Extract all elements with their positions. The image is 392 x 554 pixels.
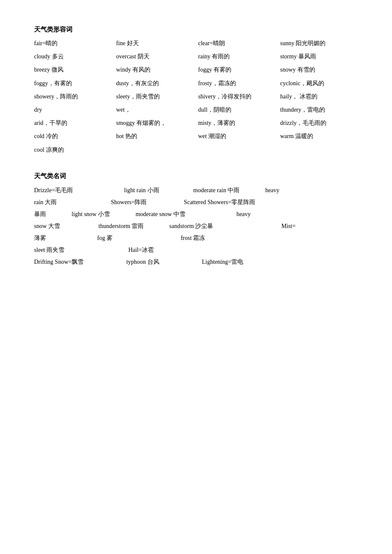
noun-spacer-2: [159, 185, 193, 196]
adj-item-32: cool 凉爽的: [34, 144, 112, 155]
adj-item-5: overcast 阴天: [116, 51, 194, 62]
adj-item-23: thundery，雷电的: [280, 104, 358, 115]
adj-item-28: cold 冷的: [34, 131, 112, 141]
noun-light-rain: light rain 小雨: [124, 185, 159, 196]
noun-showers: Showers=阵雨: [111, 199, 147, 205]
noun-spacer-10: [144, 220, 169, 232]
noun-thunderstorm: thunderstorm 雷雨: [98, 220, 144, 232]
noun-mist-zh: 薄雾: [34, 232, 46, 244]
adj-item-15: cyclonic，飓风的: [280, 78, 358, 89]
noun-sleet: sleet 雨夹雪: [34, 244, 64, 256]
noun-drifting-snow: Drifting Snow=飘雪: [34, 256, 84, 268]
adj-item-9: windy 有风的: [116, 64, 194, 75]
noun-spacer-6: [46, 208, 72, 220]
noun-fog: fog 雾: [97, 232, 112, 244]
adj-item-7: stormy 暴风雨: [280, 51, 358, 62]
adj-item-33: [116, 144, 194, 155]
adj-item-14: frosty，霜冻的: [198, 78, 276, 89]
adj-item-12: foggy，有雾的: [34, 78, 112, 89]
noun-row-5: 薄雾 fog 雾 frost 霜冻: [34, 232, 358, 244]
noun-spacer-1: [73, 185, 124, 196]
adj-item-4: cloudy 多云: [34, 51, 112, 62]
adjectives-section: 天气类形容词 fair=晴的 fine 好天 clear=晴朗 sunny 阳光…: [34, 26, 358, 155]
noun-scattered-showers: Scattered Showers=零星阵雨: [184, 199, 255, 205]
nouns-content: Drizzle=毛毛雨 light rain 小雨 moderate rain …: [34, 185, 358, 268]
noun-moderate-rain: moderate rain 中雨: [193, 185, 240, 196]
noun-spacer-12: [46, 232, 97, 244]
noun-hail: Hail=冰雹: [128, 244, 154, 256]
noun-spacer-7: [110, 208, 135, 220]
adj-item-16: showery，阵雨的: [34, 91, 112, 102]
adj-item-31: warm 温暖的: [280, 131, 358, 141]
adj-item-2: clear=晴朗: [198, 38, 276, 49]
noun-spacer-16: [159, 256, 202, 268]
noun-moderate-snow: moderate snow 中雪: [135, 208, 185, 220]
noun-spacer-13: [112, 232, 181, 244]
adj-item-27: drizzly，毛毛雨的: [280, 118, 358, 128]
adj-item-17: sleety，雨夹雪的: [116, 91, 194, 102]
adj-item-30: wet 潮湿的: [198, 131, 276, 141]
nouns-section: 天气类名词 Drizzle=毛毛雨 light rain 小雨 moderate…: [34, 172, 358, 268]
noun-heavy-rain: rain 大雨: [34, 199, 57, 205]
adj-item-13: dusty，有灰尘的: [116, 78, 194, 89]
noun-light-snow: light snow 小雪: [72, 208, 110, 220]
noun-mist-eq: Mist=: [281, 220, 296, 232]
adj-item-19: haily， 冰雹的: [280, 91, 358, 102]
adj-item-3: sunny 阳光明媚的: [280, 38, 358, 49]
noun-row-2: rain 大雨 Showers=阵雨 Scattered Showers=零星阵…: [34, 196, 358, 208]
noun-spacer-8: [185, 208, 236, 220]
adj-item-24: arid，干旱的: [34, 118, 112, 128]
adj-item-29: hot 热的: [116, 131, 194, 141]
noun-row-7: Drifting Snow=飘雪 typhoon 台风 Lightening=雷…: [34, 256, 358, 268]
noun-spacer-14: [64, 244, 128, 256]
noun-row-4: snow 大雪 thunderstorm 雷雨 sandstorm 沙尘暴 Mi…: [34, 220, 358, 232]
adj-item-22: dull，阴暗的: [198, 104, 276, 115]
noun-row-1: Drizzle=毛毛雨 light rain 小雨 moderate rain …: [34, 185, 358, 196]
adj-item-35: [280, 144, 358, 155]
adj-item-8: breezy 微风: [34, 64, 112, 75]
noun-spacer-11: [213, 220, 281, 232]
noun-heavy-snow: snow 大雪: [34, 220, 60, 232]
adj-item-21: wet，: [116, 104, 194, 115]
noun-lightening: Lightening=雷电: [202, 256, 243, 268]
adj-item-6: rainy 有雨的: [198, 51, 276, 62]
noun-frost: frost 霜冻: [181, 232, 205, 244]
noun-typhoon: typhoon 台风: [126, 256, 159, 268]
adj-item-10: foggy 有雾的: [198, 64, 276, 75]
noun-heavy2: heavy: [236, 208, 251, 220]
noun-heavy-rain-zh: 暴雨: [34, 208, 46, 220]
noun-drizzle: Drizzle=毛毛雨: [34, 185, 73, 196]
adjectives-title: 天气类形容词: [34, 26, 358, 34]
noun-sandstorm: sandstorm 沙尘暴: [169, 220, 213, 232]
adj-item-34: [198, 144, 276, 155]
noun-row-6: sleet 雨夹雪 Hail=冰雹: [34, 244, 358, 256]
noun-spacer-15: [84, 256, 126, 268]
adj-item-18: shivery，冷得发抖的: [198, 91, 276, 102]
adj-item-20: dry: [34, 104, 112, 115]
adj-item-1: fine 好天: [116, 38, 194, 49]
adj-item-26: misty，薄雾的: [198, 118, 276, 128]
adj-item-25: smoggy 有烟雾的，: [116, 118, 194, 128]
noun-row-3: 暴雨 light snow 小雪 moderate snow 中雪 heavy: [34, 208, 358, 220]
noun-heavy: heavy: [265, 185, 279, 196]
noun-spacer-3: [239, 185, 265, 196]
nouns-title: 天气类名词: [34, 172, 358, 180]
adj-item-0: fair=晴的: [34, 38, 112, 49]
noun-spacer-9: [60, 220, 98, 232]
adjectives-grid: fair=晴的 fine 好天 clear=晴朗 sunny 阳光明媚的 clo…: [34, 38, 358, 155]
adj-item-11: snowy 有雪的: [280, 64, 358, 75]
